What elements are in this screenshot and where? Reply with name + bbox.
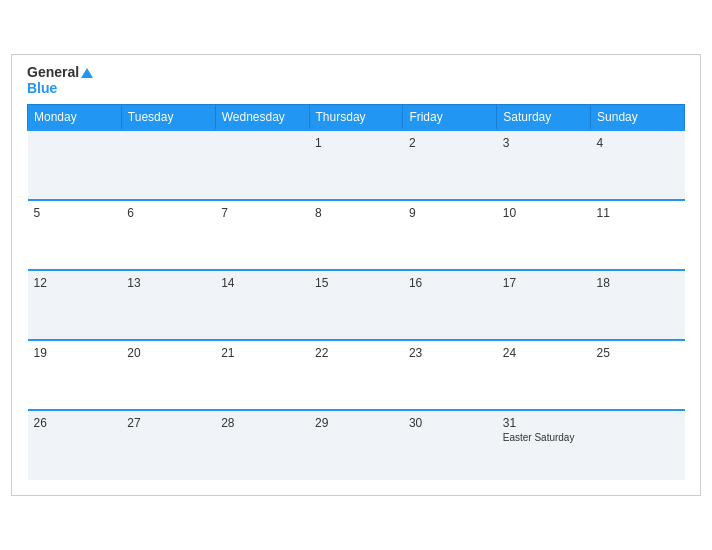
day-cell: 3 [497,130,591,200]
day-cell: 11 [591,200,685,270]
day-number: 17 [503,276,585,290]
weekday-header-saturday: Saturday [497,104,591,130]
day-number: 22 [315,346,397,360]
weekday-header-thursday: Thursday [309,104,403,130]
day-cell: 12 [28,270,122,340]
weekday-header-sunday: Sunday [591,104,685,130]
day-number: 15 [315,276,397,290]
day-number: 5 [34,206,116,220]
day-number: 18 [597,276,679,290]
week-row-2: 567891011 [28,200,685,270]
day-number: 30 [409,416,491,430]
day-cell [121,130,215,200]
week-row-5: 262728293031Easter Saturday [28,410,685,480]
day-number: 20 [127,346,209,360]
day-number: 3 [503,136,585,150]
calendar-header: General Blue [27,65,685,96]
day-number: 14 [221,276,303,290]
day-cell: 10 [497,200,591,270]
day-number: 24 [503,346,585,360]
day-cell: 7 [215,200,309,270]
week-row-4: 19202122232425 [28,340,685,410]
day-cell: 25 [591,340,685,410]
calendar-thead: MondayTuesdayWednesdayThursdayFridaySatu… [28,104,685,130]
day-cell: 13 [121,270,215,340]
day-cell: 26 [28,410,122,480]
week-row-1: 1234 [28,130,685,200]
day-number: 11 [597,206,679,220]
day-number: 19 [34,346,116,360]
day-cell: 28 [215,410,309,480]
day-cell: 16 [403,270,497,340]
day-cell: 30 [403,410,497,480]
weekday-header-row: MondayTuesdayWednesdayThursdayFridaySatu… [28,104,685,130]
day-cell: 29 [309,410,403,480]
day-number: 9 [409,206,491,220]
day-cell: 31Easter Saturday [497,410,591,480]
calendar-tbody: 1234567891011121314151617181920212223242… [28,130,685,480]
calendar-table: MondayTuesdayWednesdayThursdayFridaySatu… [27,104,685,480]
logo-blue-text: Blue [27,81,57,96]
day-cell: 22 [309,340,403,410]
logo: General Blue [27,65,93,96]
day-cell [28,130,122,200]
day-cell: 15 [309,270,403,340]
day-number: 1 [315,136,397,150]
day-cell: 20 [121,340,215,410]
day-cell: 27 [121,410,215,480]
day-number: 6 [127,206,209,220]
weekday-header-tuesday: Tuesday [121,104,215,130]
day-number: 16 [409,276,491,290]
logo-general-text: General [27,65,93,80]
day-cell: 18 [591,270,685,340]
day-cell: 24 [497,340,591,410]
day-cell: 5 [28,200,122,270]
weekday-header-wednesday: Wednesday [215,104,309,130]
calendar-container: General Blue MondayTuesdayWednesdayThurs… [11,54,701,496]
day-number: 12 [34,276,116,290]
weekday-header-monday: Monday [28,104,122,130]
day-cell: 2 [403,130,497,200]
day-cell: 17 [497,270,591,340]
day-number: 8 [315,206,397,220]
day-number: 4 [597,136,679,150]
day-number: 2 [409,136,491,150]
day-number: 27 [127,416,209,430]
day-number: 25 [597,346,679,360]
day-number: 7 [221,206,303,220]
day-cell: 14 [215,270,309,340]
day-number: 26 [34,416,116,430]
logo-triangle-icon [81,68,93,78]
day-cell: 19 [28,340,122,410]
day-number: 28 [221,416,303,430]
holiday-name: Easter Saturday [503,432,585,443]
week-row-3: 12131415161718 [28,270,685,340]
day-number: 13 [127,276,209,290]
day-number: 23 [409,346,491,360]
day-number: 10 [503,206,585,220]
day-number: 21 [221,346,303,360]
day-cell: 8 [309,200,403,270]
day-cell [591,410,685,480]
day-cell: 9 [403,200,497,270]
day-cell: 21 [215,340,309,410]
day-cell: 23 [403,340,497,410]
day-cell: 1 [309,130,403,200]
day-cell [215,130,309,200]
day-cell: 4 [591,130,685,200]
day-number: 31 [503,416,585,430]
day-cell: 6 [121,200,215,270]
weekday-header-friday: Friday [403,104,497,130]
day-number: 29 [315,416,397,430]
